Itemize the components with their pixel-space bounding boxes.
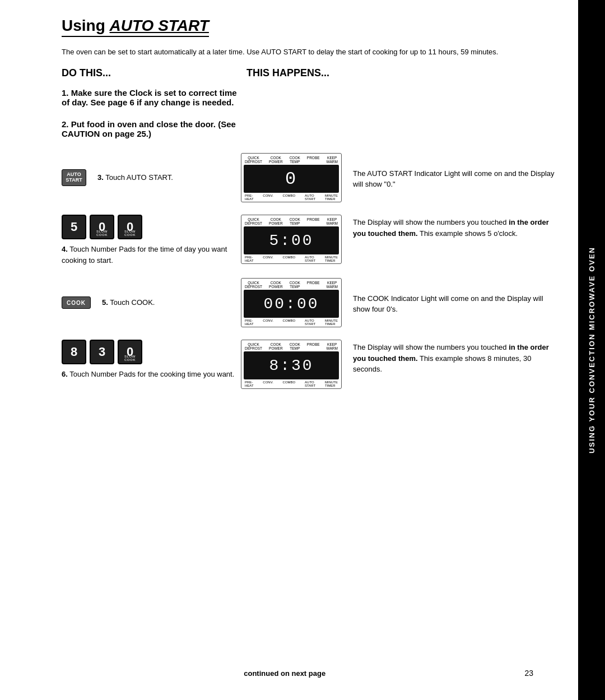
step-6-left: 8 3 0SLOW COOK 6. Touch Number Pads for … <box>62 340 241 380</box>
step-5-display: QUICKDEFROST COOKPOWER COOKTEMP PROBE KE… <box>241 278 353 327</box>
display-screen-4: 5:00 <box>244 226 339 254</box>
step-6-row: 8 3 0SLOW COOK 6. Touch Number Pads for … <box>62 340 556 389</box>
step-2-row: 2. Put food in oven and close the door. … <box>62 119 556 141</box>
step-4-buttons: 5 0SLOW COOK 0SLOW COOK <box>62 215 241 239</box>
display-screen-5: 00:00 <box>244 290 339 318</box>
step-5-left: COOK 5. Touch COOK. <box>62 296 241 309</box>
step-3-left: AUTO START 3. Touch AUTO START. <box>62 169 241 186</box>
key-8[interactable]: 8 <box>62 340 86 364</box>
step-6-text: 6. Touch Number Pads for the cooking tim… <box>62 369 241 380</box>
side-tab-text: USING YOUR CONVECTION MICROWAVE OVEN <box>588 247 596 453</box>
key-3[interactable]: 3 <box>90 340 114 364</box>
display-screen-3: 0 <box>244 165 339 193</box>
step-2-left: 2. Put food in oven and close the door. … <box>62 119 241 141</box>
step-4-row: 5 0SLOW COOK 0SLOW COOK 4. Touch Number … <box>62 215 556 266</box>
continued-text: continued on next page <box>244 669 325 678</box>
step-4-display: QUICKDEFROST COOKPOWER COOKTEMP PROBE KE… <box>241 215 353 264</box>
step-6-buttons: 8 3 0SLOW COOK <box>62 340 241 364</box>
col-happens-header: THIS HAPPENS... <box>246 67 329 79</box>
step-6-description: The Display will show the numbers you to… <box>353 340 556 375</box>
display-screen-6: 8:30 <box>244 351 339 379</box>
key-0a[interactable]: 0SLOW COOK <box>90 215 114 239</box>
step-4-text: 4. Touch Number Pads for the time of day… <box>62 244 241 266</box>
key-5[interactable]: 5 <box>62 215 86 239</box>
page-title: Using AUTO START <box>62 17 209 37</box>
step-4-description: The Display will show the numbers you to… <box>353 215 556 239</box>
step-3-display: QUICKDEFROST COOKPOWER COOKTEMP PROBE KE… <box>241 153 353 202</box>
side-tab: USING YOUR CONVECTION MICROWAVE OVEN <box>578 0 605 700</box>
step-2-right <box>353 119 556 122</box>
step-6-display: QUICKDEFROST COOKPOWER COOKTEMP PROBE KE… <box>241 340 353 389</box>
step-4-left: 5 0SLOW COOK 0SLOW COOK 4. Touch Number … <box>62 215 241 266</box>
step-3-text: 3. Touch AUTO START. <box>97 172 173 183</box>
footer: continued on next page 23 <box>45 669 533 678</box>
step-5-description: The COOK Indicator Light will come on an… <box>353 291 556 315</box>
step-5-row: COOK 5. Touch COOK. QUICKDEFROST COOKPOW… <box>62 278 556 327</box>
auto-start-button[interactable]: AUTO START <box>62 169 86 186</box>
step-1-number: 1. Make sure the Clock is set to correct… <box>62 88 241 107</box>
step-1-right <box>353 88 556 90</box>
column-headers: DO THIS... THIS HAPPENS... <box>62 67 556 79</box>
page-number: 23 <box>524 669 533 678</box>
key-0c[interactable]: 0SLOW COOK <box>118 340 142 364</box>
key-0b[interactable]: 0SLOW COOK <box>118 215 142 239</box>
step-5-text: 5. Touch COOK. <box>102 297 155 308</box>
cook-button[interactable]: COOK <box>62 296 91 309</box>
col-do-header: DO THIS... <box>62 67 246 79</box>
step-1-left: 1. Make sure the Clock is set to correct… <box>62 88 241 109</box>
main-content: Using AUTO START The oven can be set to … <box>0 0 578 700</box>
step-3-description: The AUTO START Indicator Light will come… <box>353 166 556 190</box>
step-1-row: 1. Make sure the Clock is set to correct… <box>62 88 556 109</box>
intro-text: The oven can be set to start automatical… <box>62 47 556 57</box>
step-2-number: 2. Put food in oven and close the door. … <box>62 119 241 138</box>
step-3-row: AUTO START 3. Touch AUTO START. QUICKDEF… <box>62 153 556 202</box>
